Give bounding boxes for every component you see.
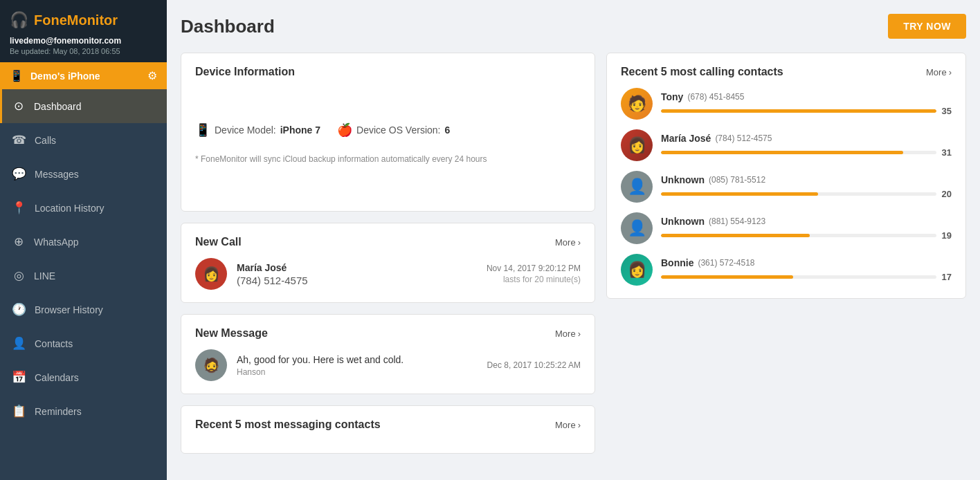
contact-details: María José (784) 512-4575 31: [661, 133, 952, 158]
apple-icon: 🍎: [337, 122, 352, 138]
call-date: Nov 14, 2017 9:20:12 PM: [487, 264, 581, 273]
contact-bar-fill: [661, 192, 818, 196]
more-label: More: [555, 420, 576, 430]
caller-number: (784) 512-4575: [237, 275, 477, 286]
calling-contacts-title: Recent 5 most calling contacts: [621, 66, 783, 78]
left-column: Device Information 📱 Device Model: iPhon…: [181, 53, 595, 454]
sidebar-item-calls[interactable]: ☎ Calls: [0, 123, 167, 157]
user-updated: Be updated: May 08, 2018 06:55: [10, 47, 157, 55]
contact-bar-row: 17: [661, 272, 952, 282]
sidebar-item-dashboard[interactable]: ⊙ Dashboard: [0, 89, 167, 123]
contact-phone: (361) 572-4518: [698, 258, 754, 268]
sidebar-header: 🎧 FoneMonitor livedemo@fonemonitor.com B…: [0, 0, 167, 62]
contact-phone: (085) 781-5512: [709, 175, 765, 185]
calendars-icon: 📅: [12, 370, 26, 385]
contact-name: Bonnie: [661, 257, 693, 268]
contact-row: 👤 Unknown (085) 781-5512 20: [621, 171, 952, 203]
contact-bar-row: 35: [661, 106, 952, 116]
try-now-button[interactable]: TRY NOW: [888, 14, 966, 39]
sidebar-item-browser-history[interactable]: 🕐 Browser History: [0, 293, 167, 326]
sidebar-item-location-history[interactable]: 📍 Location History: [0, 191, 167, 225]
call-row: 👩 María José (784) 512-4575 Nov 14, 2017…: [195, 258, 581, 290]
contact-bar-fill: [661, 275, 793, 279]
content-grid: Device Information 📱 Device Model: iPhon…: [181, 53, 966, 454]
main-header: Dashboard TRY NOW: [181, 14, 966, 39]
sidebar-item-label: Contacts: [35, 338, 73, 349]
device-info-card: Device Information 📱 Device Model: iPhon…: [181, 53, 595, 212]
contact-bar-bg: [661, 109, 936, 113]
chevron-right-icon: ›: [578, 237, 581, 248]
logo-text: FoneMonitor: [34, 12, 118, 28]
contact-bar-row: 31: [661, 147, 952, 158]
line-icon: ◎: [12, 268, 26, 283]
contact-details: Unknown (881) 554-9123 19: [661, 216, 952, 241]
sender-avatar: 🧔: [195, 349, 227, 381]
device-model-icon: 📱: [195, 122, 210, 138]
contact-phone: (678) 451-8455: [687, 92, 744, 102]
sidebar-item-label: Messages: [35, 169, 79, 180]
gear-icon: ⚙: [147, 69, 157, 82]
messages-icon: 💬: [12, 167, 26, 181]
new-message-card: New Message More › 🧔 Ah, good for you. H…: [181, 314, 595, 394]
sidebar-item-label: Calls: [35, 135, 56, 146]
new-message-more[interactable]: More ›: [555, 329, 581, 339]
contact-row: 👩 Bonnie (361) 572-4518 17: [621, 254, 952, 286]
sidebar-item-contacts[interactable]: 👤 Contacts: [0, 326, 167, 360]
sidebar-item-reminders[interactable]: 📋 Reminders: [0, 394, 167, 428]
contact-bar-bg: [661, 151, 936, 154]
sidebar-item-whatsapp[interactable]: ⊕ WhatsApp: [0, 225, 167, 259]
calling-contacts-card: Recent 5 most calling contacts More › 🧑 …: [606, 53, 966, 299]
contact-name: María José: [661, 133, 711, 144]
logo-area: 🎧 FoneMonitor: [10, 11, 157, 29]
contact-name-row: Bonnie (361) 572-4518: [661, 257, 952, 268]
sidebar-item-line[interactable]: ◎ LINE: [0, 259, 167, 293]
new-call-card: New Call More › 👩 María José (784) 512-4…: [181, 223, 595, 303]
sidebar-nav: ⊙ Dashboard ☎ Calls 💬 Messages 📍 Locatio…: [0, 89, 167, 428]
contact-row: 👤 Unknown (881) 554-9123 19: [621, 212, 952, 244]
sidebar-item-label: Location History: [35, 203, 104, 214]
contact-details: Tony (678) 451-8455 35: [661, 91, 952, 116]
sidebar-item-label: Calendars: [35, 372, 79, 383]
device-specs: 📱 Device Model: iPhone 7 🍎 Device OS Ver…: [195, 122, 581, 138]
message-date: Dec 8, 2017 10:25:22 AM: [487, 360, 581, 370]
sidebar-item-label: Browser History: [35, 304, 103, 315]
user-email: livedemo@fonemonitor.com: [10, 36, 157, 46]
contact-bar-bg: [661, 234, 936, 237]
recent-messaging-header: Recent 5 most messaging contacts More ›: [195, 418, 581, 431]
contact-bar-row: 19: [661, 230, 952, 241]
sidebar-item-label: Reminders: [35, 406, 82, 417]
contact-bar-fill: [661, 234, 810, 237]
contact-count: 17: [942, 272, 952, 282]
contact-bar-bg: [661, 192, 936, 196]
recent-messaging-title: Recent 5 most messaging contacts: [195, 418, 381, 431]
main-content: Dashboard TRY NOW Device Information 📱 D…: [167, 0, 980, 480]
calling-contacts-header: Recent 5 most calling contacts More ›: [621, 66, 952, 78]
new-call-more[interactable]: More ›: [555, 237, 581, 248]
sidebar-item-label: Dashboard: [34, 101, 82, 112]
reminders-icon: 📋: [12, 404, 26, 418]
chevron-right-icon: ›: [578, 420, 581, 430]
device-selector[interactable]: 📱 Demo's iPhone ⚙: [0, 62, 167, 89]
sidebar-item-messages[interactable]: 💬 Messages: [0, 157, 167, 191]
sidebar-item-calendars[interactable]: 📅 Calendars: [0, 360, 167, 394]
recent-messaging-more[interactable]: More ›: [555, 420, 581, 430]
sidebar-item-label: LINE: [34, 270, 55, 281]
device-os-spec: 🍎 Device OS Version: 6: [337, 122, 450, 138]
contact-count: 19: [942, 230, 952, 241]
device-note: * FoneMonitor will sync iCloud backup in…: [195, 154, 581, 164]
message-info: Ah, good for you. Here is wet and cold. …: [237, 354, 478, 377]
more-label: More: [555, 329, 576, 339]
new-call-header: New Call More ›: [195, 236, 581, 248]
calling-contacts-more[interactable]: More ›: [926, 67, 952, 77]
right-column: Recent 5 most calling contacts More › 🧑 …: [606, 53, 966, 454]
device-name: Demo's iPhone: [30, 71, 100, 82]
caller-avatar: 👩: [195, 258, 227, 290]
page-title: Dashboard: [181, 16, 275, 37]
device-info-body: 📱 Device Model: iPhone 7 🍎 Device OS Ver…: [195, 88, 581, 199]
browser-icon: 🕐: [12, 302, 26, 317]
message-row: 🧔 Ah, good for you. Here is wet and cold…: [195, 349, 581, 381]
model-value: iPhone 7: [280, 124, 320, 136]
contact-bar-fill: [661, 151, 903, 154]
device-model-spec: 📱 Device Model: iPhone 7: [195, 122, 320, 138]
whatsapp-icon: ⊕: [12, 234, 26, 249]
